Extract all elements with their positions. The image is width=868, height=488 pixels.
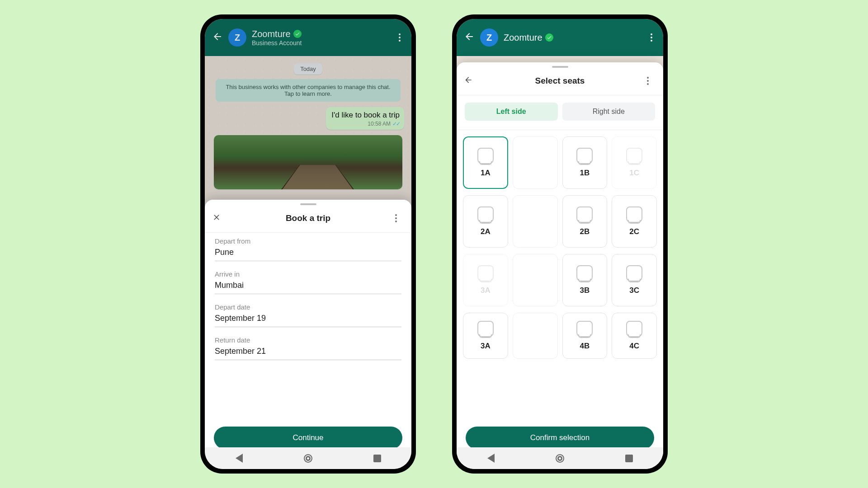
field-label: Depart date [215,303,401,311]
field-label: Arrive in [215,270,401,278]
seat-1B[interactable]: 1B [562,136,608,189]
field-value[interactable]: September 19 [215,314,401,327]
seat-icon [626,148,642,164]
business-avatar[interactable]: Z [480,28,498,47]
seat-3B[interactable]: 3B [562,254,608,306]
depart-from-field[interactable]: Depart from Pune [215,237,401,261]
seat-icon [576,148,593,164]
field-label: Return date [215,336,401,344]
business-name[interactable]: Zoomture [504,33,542,43]
close-icon[interactable] [212,213,225,224]
phone-mock-left: Z Zoomture Business Account Today This b… [200,14,416,474]
nav-home-icon[interactable] [556,454,564,463]
nav-back-icon[interactable] [236,454,243,463]
field-value[interactable]: Mumbai [215,281,401,294]
seat-3A: 3A [463,254,508,306]
screen: Z Zoomture Business Account Today This b… [205,19,411,469]
sheet-title: Book a trip [225,213,392,223]
nav-home-icon[interactable] [304,454,312,463]
seat-aisle [513,313,558,359]
seat-4B[interactable]: 4B [562,313,608,359]
select-seats-sheet: Select seats Left side Right side 1A 1B [457,62,663,469]
trip-form: Depart from Pune Arrive in Mumbai Depart… [205,233,411,423]
seat-2A[interactable]: 2A [463,195,508,248]
seat-2B[interactable]: 2B [562,195,608,248]
phone-mock-right: Z Zoomture Select seats [452,14,668,474]
seat-icon [576,265,593,282]
seat-map[interactable]: 1A 1B 1C 2A [457,130,663,423]
seat-icon [626,265,642,282]
nav-recents-icon[interactable] [625,455,633,462]
sheet-more-menu-icon[interactable] [643,73,656,89]
continue-button[interactable]: Continue [214,427,402,449]
seat-1A[interactable]: 1A [463,136,508,189]
segment-left-side[interactable]: Left side [465,103,558,121]
seat-icon [477,206,494,223]
side-segmented-control: Left side Right side [457,95,663,130]
arrive-in-field[interactable]: Arrive in Mumbai [215,270,401,294]
nav-back-icon[interactable] [487,454,495,463]
seat-4C[interactable]: 4C [612,313,657,359]
seat-3C[interactable]: 3C [612,254,657,306]
return-date-field[interactable]: Return date September 21 [215,336,401,360]
seat-2C[interactable]: 2C [612,195,657,248]
field-value[interactable]: September 21 [215,347,401,360]
segment-right-side[interactable]: Right side [562,103,656,121]
back-arrow-icon[interactable] [464,31,475,44]
seat-1C: 1C [612,136,657,189]
seat-row4-A[interactable]: 3A [463,313,508,359]
seat-aisle [513,254,558,306]
seat-aisle [513,136,558,189]
field-label: Depart from [215,237,401,245]
seat-aisle [513,195,558,248]
sheet-title: Select seats [476,76,643,86]
book-trip-sheet: Book a trip Depart from Pune Arrive in M… [205,200,411,469]
seat-icon [477,148,494,164]
screen: Z Zoomture Select seats [457,19,663,469]
nav-recents-icon[interactable] [373,455,381,462]
depart-date-field[interactable]: Depart date September 19 [215,303,401,327]
seat-icon [477,321,494,337]
android-navbar [457,447,663,469]
verified-badge-icon [545,33,553,42]
seat-icon [626,206,642,223]
android-navbar [205,447,411,469]
field-value[interactable]: Pune [215,248,401,261]
chat-header: Z Zoomture [457,19,663,56]
seat-icon [576,321,593,337]
sheet-back-icon[interactable] [464,75,476,86]
more-menu-icon[interactable] [647,30,656,45]
seat-icon [626,321,642,337]
confirm-selection-button[interactable]: Confirm selection [466,427,654,449]
seat-icon [576,206,593,223]
seat-icon [477,265,494,282]
sheet-more-menu-icon[interactable] [392,211,404,226]
